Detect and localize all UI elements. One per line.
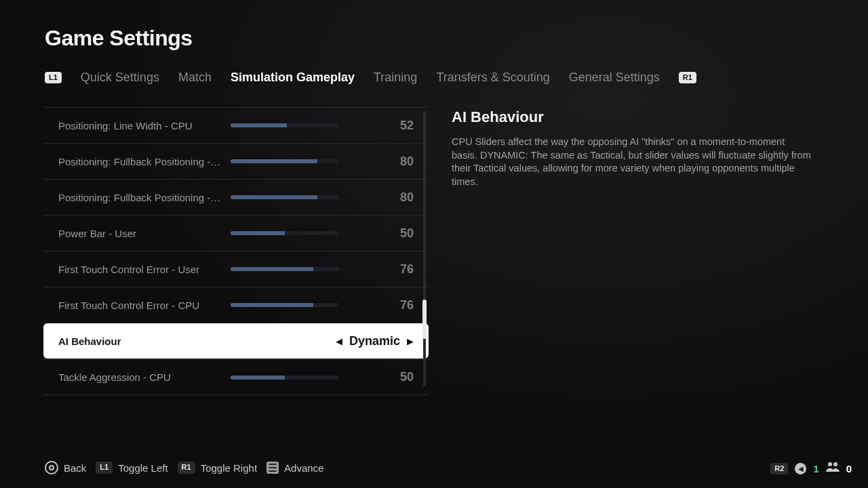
- setting-label: Positioning: Line Width - CPU: [58, 120, 221, 131]
- hint-advance-label: Advance: [284, 462, 323, 474]
- back-icon: [45, 461, 58, 474]
- setting-label: First Touch Control Error - CPU: [58, 300, 221, 311]
- setting-value: 76: [349, 298, 414, 312]
- slider-track[interactable]: [231, 159, 339, 163]
- setting-row[interactable]: Power Bar - User50: [43, 215, 429, 251]
- setting-label: Positioning: Fullback Positioning - ...: [58, 192, 221, 203]
- description-title: AI Behaviour: [452, 108, 811, 126]
- slider-track[interactable]: [231, 303, 339, 307]
- setting-value: 80: [349, 155, 414, 169]
- svg-point-0: [828, 462, 832, 466]
- setting-value: 50: [349, 226, 414, 241]
- shoulder-left-badge: L1: [45, 72, 62, 83]
- hint-back[interactable]: Back: [45, 461, 86, 474]
- slider-fill: [231, 231, 285, 235]
- slider-track[interactable]: [231, 195, 339, 199]
- people-icon: [826, 462, 840, 476]
- r1-badge: R1: [178, 462, 195, 473]
- setting-row[interactable]: First Touch Control Error - User76: [43, 251, 429, 287]
- hint-back-label: Back: [64, 462, 86, 474]
- tab-general-settings[interactable]: General Settings: [569, 70, 660, 85]
- scrollbar[interactable]: [423, 111, 426, 386]
- setting-label: Positioning: Fullback Positioning - ...: [58, 156, 221, 167]
- setting-value: Dynamic: [349, 334, 400, 348]
- slider-track[interactable]: [231, 375, 339, 380]
- footer-hints: Back L1 Toggle Left R1 Toggle Right Adva…: [45, 461, 323, 474]
- slider-track[interactable]: [231, 267, 339, 271]
- setting-row[interactable]: Positioning: Line Width - CPU52: [43, 107, 429, 143]
- online-count: 1: [813, 463, 818, 474]
- hint-toggle-left[interactable]: L1 Toggle Left: [96, 462, 167, 473]
- menu-icon: [267, 462, 279, 474]
- slider-fill: [231, 159, 317, 163]
- setting-label: AI Behaviour: [58, 336, 221, 347]
- svg-point-1: [833, 462, 837, 466]
- hint-toggle-left-label: Toggle Left: [118, 462, 167, 474]
- party-count: 0: [846, 463, 852, 474]
- page-title: Game Settings: [45, 26, 193, 51]
- setting-row[interactable]: Positioning: Fullback Positioning - ...8…: [43, 143, 429, 179]
- option-selector[interactable]: ◀Dynamic▶: [336, 334, 414, 348]
- tab-simulation-gameplay[interactable]: Simulation Gameplay: [231, 70, 355, 85]
- description-body: CPU Sliders affect the way the opposing …: [452, 136, 811, 188]
- description-panel: AI Behaviour CPU Sliders affect the way …: [452, 108, 811, 188]
- volume-icon[interactable]: ◀: [795, 463, 806, 474]
- tab-transfers-scouting[interactable]: Transfers & Scouting: [436, 70, 549, 85]
- setting-label: Tackle Aggression - CPU: [58, 371, 221, 383]
- chevron-left-icon[interactable]: ◀: [336, 336, 342, 346]
- shoulder-right-badge: R1: [679, 72, 696, 83]
- tab-match[interactable]: Match: [178, 70, 212, 85]
- hint-toggle-right-label: Toggle Right: [201, 462, 257, 474]
- slider-fill: [231, 123, 287, 127]
- setting-label: First Touch Control Error - User: [58, 264, 221, 275]
- setting-row[interactable]: Tackle Aggression - CPU50: [43, 359, 429, 395]
- r2-badge: R2: [770, 463, 788, 474]
- hint-advance[interactable]: Advance: [267, 462, 323, 474]
- setting-row[interactable]: Positioning: Fullback Positioning - ...8…: [43, 179, 429, 215]
- setting-row[interactable]: First Touch Control Error - CPU76: [43, 287, 429, 323]
- slider-fill: [231, 267, 313, 271]
- setting-value: 76: [349, 262, 414, 277]
- setting-value: 80: [349, 190, 414, 205]
- scrollbar-thumb[interactable]: [422, 300, 427, 339]
- slider-fill: [231, 303, 313, 307]
- setting-value: 52: [349, 119, 414, 133]
- setting-row[interactable]: AI Behaviour◀Dynamic▶: [43, 323, 429, 359]
- hint-toggle-right[interactable]: R1 Toggle Right: [178, 462, 257, 473]
- setting-value: 50: [349, 370, 414, 384]
- slider-track[interactable]: [231, 231, 339, 235]
- tab-quick-settings[interactable]: Quick Settings: [81, 70, 159, 85]
- tab-training[interactable]: Training: [374, 70, 417, 85]
- slider-track[interactable]: [231, 123, 339, 127]
- settings-list: Positioning: Line Width - CPU52Positioni…: [43, 107, 429, 390]
- slider-fill: [231, 375, 285, 380]
- setting-label: Power Bar - User: [58, 228, 221, 239]
- chevron-right-icon[interactable]: ▶: [407, 336, 414, 346]
- tab-bar: L1 Quick Settings Match Simulation Gamep…: [45, 70, 696, 85]
- l1-badge: L1: [96, 462, 113, 473]
- footer-right: R2 ◀ 1 0: [770, 462, 852, 476]
- slider-fill: [231, 195, 317, 199]
